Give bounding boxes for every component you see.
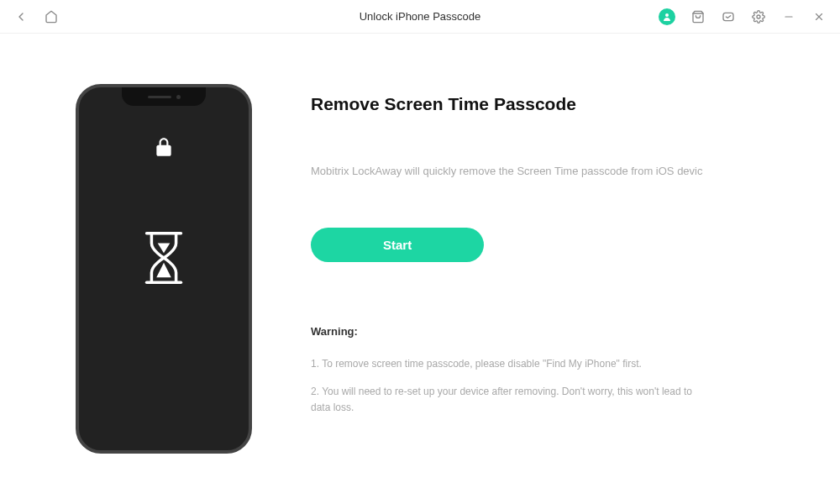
warning-item: 2. You will need to re-set up your devic… — [311, 384, 714, 416]
page-description: Mobitrix LockAway will quickly remove th… — [311, 165, 798, 177]
window-title: Unlock iPhone Passcode — [360, 10, 481, 23]
cart-icon — [691, 10, 705, 24]
phone-notch — [122, 87, 206, 106]
minimize-icon — [783, 11, 795, 23]
page-heading: Remove Screen Time Passcode — [311, 94, 798, 114]
titlebar-right — [659, 8, 827, 25]
content-area: Remove Screen Time Passcode Mobitrix Loc… — [0, 34, 840, 487]
lock-icon — [153, 136, 175, 161]
minimize-button[interactable] — [781, 9, 796, 24]
back-button[interactable] — [13, 9, 29, 24]
feedback-button[interactable] — [721, 9, 736, 24]
warning-item: 1. To remove screen time passcode, pleas… — [311, 356, 714, 372]
svg-point-3 — [757, 15, 760, 18]
close-button[interactable] — [811, 9, 827, 24]
account-button[interactable] — [659, 8, 675, 25]
close-icon — [813, 11, 825, 23]
arrow-left-icon — [14, 10, 28, 24]
hourglass-icon — [134, 228, 193, 291]
phone-illustration — [76, 84, 252, 454]
titlebar-left — [13, 9, 59, 24]
home-icon — [45, 10, 58, 24]
gear-icon — [752, 10, 765, 24]
notch-speaker — [148, 96, 171, 98]
svg-point-0 — [665, 13, 669, 17]
settings-button[interactable] — [751, 9, 766, 24]
notch-camera — [176, 95, 181, 99]
main-panel: Remove Screen Time Passcode Mobitrix Loc… — [311, 84, 798, 454]
message-icon — [722, 10, 735, 24]
titlebar: Unlock iPhone Passcode — [0, 0, 840, 34]
home-button[interactable] — [44, 9, 59, 24]
start-button[interactable]: Start — [311, 228, 484, 262]
cart-button[interactable] — [690, 9, 706, 24]
user-icon — [662, 12, 672, 22]
warning-heading: Warning: — [311, 325, 798, 338]
